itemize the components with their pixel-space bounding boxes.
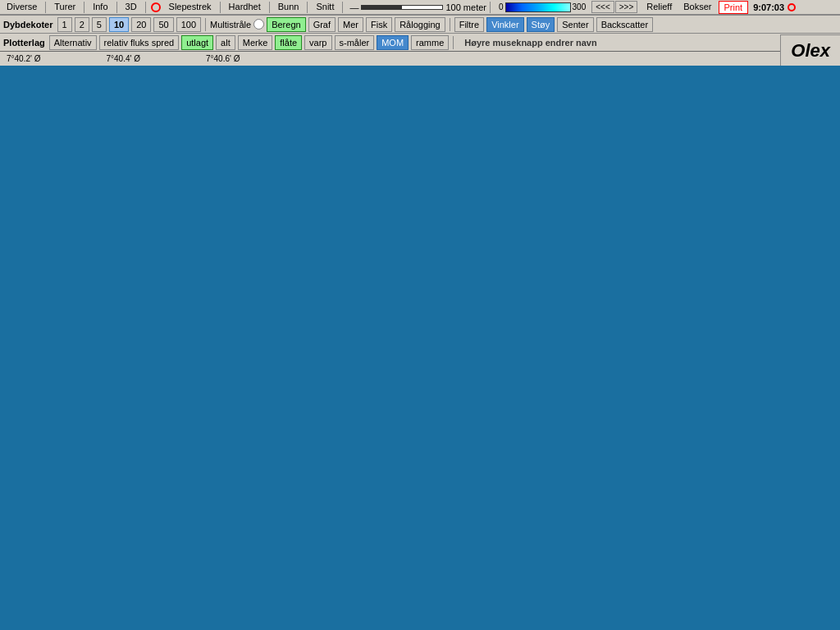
- coord-bar: 7°40.2' Ø 7°40.4' Ø 7°40.6' Ø Olex: [0, 51, 840, 66]
- relativ-fluks-btn[interactable]: relativ fluks spred: [99, 35, 180, 50]
- depth-10-btn[interactable]: 10: [109, 17, 129, 32]
- gps-indicator: [151, 2, 161, 12]
- gps-dot: [788, 3, 796, 11]
- sep1: [45, 2, 46, 13]
- sep2: [84, 2, 84, 13]
- depth-100-btn[interactable]: 100: [176, 17, 201, 32]
- beregn-btn[interactable]: Beregn: [267, 17, 305, 32]
- bottom-toolbar-1: Dybdekoter 1 2 5 10 20 50 100 Multistrål…: [0, 15, 840, 33]
- utlagt-btn[interactable]: utlagt: [181, 35, 213, 50]
- fisk-btn[interactable]: Fisk: [366, 17, 392, 32]
- 3d-btn[interactable]: 3D: [121, 0, 142, 14]
- coord-bottom-mid: 7°40.4' Ø: [107, 54, 141, 63]
- status-text: Høyre museknapp endrer navn: [464, 38, 596, 48]
- varp-btn[interactable]: varp: [304, 35, 331, 50]
- senter-btn[interactable]: Senter: [557, 17, 593, 32]
- depth-2-btn[interactable]: 2: [75, 17, 89, 32]
- scale-label: 100 meter: [445, 2, 486, 12]
- mer-btn[interactable]: Mer: [338, 17, 363, 32]
- colorbar: [505, 2, 571, 12]
- coord-bottom-right: 7°40.6' Ø: [206, 54, 240, 63]
- colorbar-min: 0: [499, 2, 504, 11]
- relieff-btn[interactable]: Relieff: [641, 0, 677, 14]
- multistrale-label: Multistråle: [210, 20, 251, 30]
- ralogging-btn[interactable]: Rålogging: [395, 17, 445, 32]
- graf-btn[interactable]: Graf: [308, 17, 336, 32]
- snitt-btn[interactable]: Snitt: [311, 0, 339, 14]
- diverse-btn[interactable]: Diverse: [2, 0, 42, 14]
- nav-arrows: <<< >>>: [591, 1, 637, 13]
- coord-bottom-left: 7°40.2' Ø: [7, 54, 41, 63]
- filtre-btn[interactable]: Filtre: [454, 17, 484, 32]
- info-btn[interactable]: Info: [88, 0, 112, 14]
- flate-btn[interactable]: flåte: [275, 35, 302, 50]
- sep4: [145, 2, 146, 13]
- nav-right-btn[interactable]: >>>: [615, 1, 638, 13]
- scale-bar-container: — 100 meter: [349, 2, 486, 12]
- clock-display: 9:07:03: [753, 2, 784, 12]
- colorbar-container: 0 300: [497, 2, 587, 12]
- sep7: [307, 2, 308, 13]
- sep3: [116, 2, 117, 13]
- bottom-toolbar-2: Plotterlag Alternativ relativ fluks spre…: [0, 33, 840, 51]
- bunn-btn[interactable]: Bunn: [273, 0, 304, 14]
- div1: [205, 18, 206, 31]
- div2: [450, 18, 450, 31]
- turer-btn[interactable]: Turer: [49, 0, 80, 14]
- multistrale-radio-input[interactable]: [253, 19, 264, 30]
- nav-left-btn[interactable]: <<<: [591, 1, 614, 13]
- stoy-btn[interactable]: Støy: [527, 17, 555, 32]
- slepestrek-btn[interactable]: Slepestrek: [164, 0, 217, 14]
- scale-left-label: —: [349, 2, 358, 12]
- vinkler-btn[interactable]: Vinkler: [486, 17, 523, 32]
- multistrale-radio[interactable]: [253, 19, 264, 30]
- olex-logo: Olex: [780, 34, 840, 66]
- hardhet-btn[interactable]: Hardhet: [224, 0, 266, 14]
- sep5: [220, 2, 221, 13]
- alt-btn[interactable]: alt: [216, 35, 235, 50]
- colorbar-max: 300: [573, 2, 587, 11]
- dybdekoter-label: Dybdekoter: [3, 20, 53, 30]
- bokser-btn[interactable]: Bokser: [678, 0, 716, 14]
- ramme-btn[interactable]: ramme: [411, 35, 449, 50]
- print-btn[interactable]: Print: [719, 1, 749, 14]
- scale-bar: [361, 5, 443, 10]
- merke-btn[interactable]: Merke: [238, 35, 273, 50]
- mom-btn[interactable]: MOM: [377, 35, 409, 50]
- div3: [453, 36, 454, 49]
- depth-20-btn[interactable]: 20: [131, 17, 151, 32]
- plotterlag-label: Plotterlag: [3, 38, 45, 48]
- backscatter-btn[interactable]: Backscatter: [596, 17, 653, 32]
- depth-1-btn[interactable]: 1: [57, 17, 72, 32]
- depth-50-btn[interactable]: 50: [153, 17, 173, 32]
- smaler-btn[interactable]: s-måler: [335, 35, 375, 50]
- sep9: [490, 2, 491, 13]
- depth-5-btn[interactable]: 5: [92, 17, 107, 32]
- top-toolbar: Diverse Turer Info 3D Slepestrek Hardhet…: [0, 0, 840, 15]
- alternativ-btn[interactable]: Alternativ: [49, 35, 97, 50]
- sep6: [269, 2, 270, 13]
- sep8: [342, 2, 343, 13]
